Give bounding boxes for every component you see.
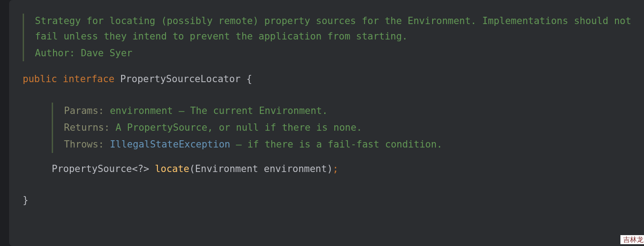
javadoc-returns: Returns: A PropertySource, or null if th… bbox=[64, 119, 639, 136]
method-javadoc: Params: environment – The current Enviro… bbox=[52, 103, 639, 153]
javadoc-throws: Throws: IllegalStateException – if there… bbox=[64, 136, 639, 153]
close-brace-line: } bbox=[23, 192, 639, 209]
code-editor[interactable]: Strategy for locating (possibly remote) … bbox=[9, 0, 644, 246]
class-declaration-line: public interface PropertySourceLocator { bbox=[23, 71, 639, 88]
throws-rest: – if there is a fail-fast condition. bbox=[230, 139, 443, 150]
return-type: PropertySource<?> bbox=[52, 163, 149, 174]
throws-label: Throws: bbox=[64, 139, 104, 150]
semicolon: ; bbox=[333, 163, 339, 174]
keyword-public: public bbox=[23, 74, 57, 84]
javadoc-params: Params: environment – The current Enviro… bbox=[64, 103, 639, 119]
blank-line bbox=[23, 177, 639, 192]
params-label: Params: bbox=[64, 105, 104, 116]
params-value: environment – The current Environment. bbox=[110, 105, 327, 116]
close-brace: } bbox=[23, 195, 29, 206]
returns-value: A PropertySource, or null if there is no… bbox=[116, 122, 362, 133]
author-value: Dave Syer bbox=[81, 48, 132, 59]
returns-label: Returns: bbox=[64, 122, 110, 133]
javadoc-author: Author: Dave Syer bbox=[35, 46, 639, 61]
method-name: locate bbox=[155, 163, 190, 174]
open-brace: { bbox=[246, 74, 252, 84]
method-params: (Environment environment) bbox=[189, 163, 332, 174]
author-label: Author: bbox=[35, 48, 75, 59]
method-declaration-line: PropertySource<?> locate(Environment env… bbox=[23, 161, 639, 177]
class-name: PropertySourceLocator bbox=[120, 74, 241, 84]
class-javadoc: Strategy for locating (possibly remote) … bbox=[23, 14, 639, 61]
keyword-interface: interface bbox=[63, 74, 115, 84]
editor-gutter bbox=[0, 0, 9, 246]
throws-type: IllegalStateException bbox=[110, 139, 230, 150]
javadoc-description: Strategy for locating (possibly remote) … bbox=[35, 14, 639, 44]
watermark: 吉林龙网 bbox=[620, 235, 644, 244]
